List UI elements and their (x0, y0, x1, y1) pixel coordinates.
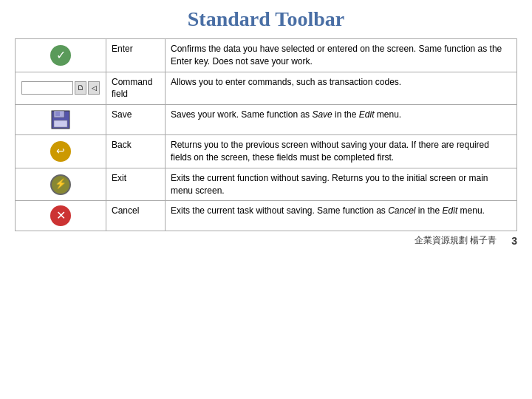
table-row: ✕ Cancel Exits the current task without … (16, 201, 517, 231)
svg-rect-2 (55, 112, 60, 116)
table-row: 🗋 ◁ Command field Allows you to enter co… (16, 72, 517, 105)
cancel-icon-container: ✕ (21, 205, 100, 226)
exit-label: Exit (112, 173, 126, 183)
back-icon-container: ↩ (21, 141, 100, 162)
command-field-icon: 🗋 ◁ (21, 81, 100, 95)
exit-icon-container: ⚡ (21, 174, 100, 195)
desc-cell-back: Returns you to the previous screen witho… (166, 135, 517, 168)
cancel-icon: ✕ (50, 205, 71, 226)
icon-cell-back: ↩ (16, 135, 106, 168)
desc-cell-command: Allows you to enter commands, such as tr… (166, 72, 517, 105)
icon-cell-command: 🗋 ◁ (16, 72, 106, 105)
back-description: Returns you to the previous screen witho… (171, 140, 489, 163)
cancel-label: Cancel (112, 205, 139, 216)
cancel-desc-italic1: Cancel (388, 205, 415, 216)
desc-cell-enter: Confirms the data you have selected or e… (166, 39, 517, 72)
exit-icon: ⚡ (50, 174, 71, 195)
command-label: Command field (112, 77, 152, 100)
page-number: 3 (511, 235, 517, 247)
enter-icon: ✓ (50, 45, 71, 66)
save-icon-container (21, 109, 100, 130)
save-desc-italic2: Edit (359, 109, 375, 120)
svg-rect-3 (54, 120, 67, 127)
name-cell-cancel: Cancel (106, 201, 166, 231)
command-field-btn2[interactable]: ◁ (88, 81, 100, 95)
cancel-desc-plain3: menu. (457, 205, 485, 216)
exit-description: Exits the current function without savin… (171, 173, 488, 196)
save-desc-italic1: Save (312, 109, 332, 120)
footer: 企業資源規劃 楊子青 3 (15, 231, 517, 247)
page-title: Standard Toolbar (15, 7, 517, 31)
name-cell-save: Save (106, 105, 166, 135)
cancel-desc-plain2: in the (416, 205, 443, 216)
cancel-desc-italic2: Edit (443, 205, 458, 216)
icon-cell-exit: ⚡ (16, 168, 106, 201)
command-field-btn1[interactable]: 🗋 (75, 81, 86, 95)
save-desc-plain2: in the (332, 109, 359, 120)
back-icon: ↩ (50, 141, 71, 162)
name-cell-exit: Exit (106, 168, 166, 201)
icon-cell-save (16, 105, 106, 135)
name-cell-command: Command field (106, 72, 166, 105)
save-icon (50, 109, 71, 130)
cancel-desc-plain1: Exits the current task without saving. S… (171, 205, 388, 216)
table-row: Save Saves your work. Same function as S… (16, 105, 517, 135)
desc-cell-exit: Exits the current function without savin… (166, 168, 517, 201)
command-description: Allows you to enter commands, such as tr… (171, 77, 401, 87)
icon-cell-enter: ✓ (16, 39, 106, 72)
save-desc-plain3: menu. (375, 109, 402, 120)
toolbar-table: ✓ Enter Confirms the data you have selec… (15, 38, 517, 231)
enter-description: Confirms the data you have selected or e… (171, 44, 502, 66)
table-row: ↩ Back Returns you to the previous scree… (16, 135, 517, 168)
desc-cell-cancel: Exits the current task without saving. S… (166, 201, 517, 231)
back-label: Back (112, 140, 132, 150)
save-label: Save (112, 109, 132, 120)
icon-cell-cancel: ✕ (16, 201, 106, 231)
footer-text: 企業資源規劃 楊子青 (415, 234, 497, 247)
enter-icon-container: ✓ (21, 45, 100, 66)
name-cell-enter: Enter (106, 39, 166, 72)
table-row: ⚡ Exit Exits the current function withou… (16, 168, 517, 201)
page: Standard Toolbar ✓ Enter Confirms the da… (0, 0, 532, 399)
enter-label: Enter (112, 44, 133, 54)
desc-cell-save: Saves your work. Same function as Save i… (166, 105, 517, 135)
command-field-input[interactable] (21, 81, 73, 95)
table-row: ✓ Enter Confirms the data you have selec… (16, 39, 517, 72)
save-desc-plain1: Saves your work. Same function as (171, 109, 312, 120)
name-cell-back: Back (106, 135, 166, 168)
